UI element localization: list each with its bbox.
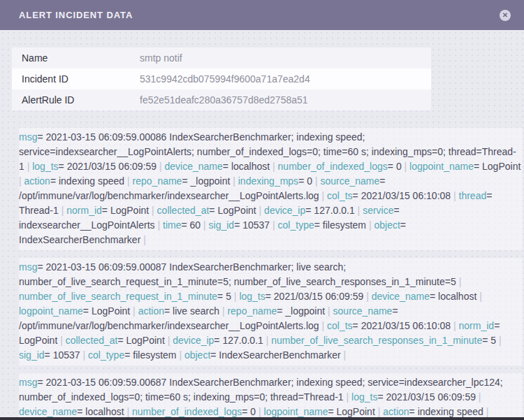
equals-sign: = — [164, 305, 170, 317]
dialog-header: ALERT INCIDENT DATA ✕ — [0, 0, 524, 30]
row-value: fe52e51deafc280a36757d8ed2758a51 — [140, 94, 308, 106]
field-separator: | — [263, 335, 271, 346]
log-field-key[interactable]: msg — [19, 377, 37, 388]
log-field-key[interactable]: thread — [459, 190, 487, 201]
equals-sign: = — [182, 175, 187, 187]
log-field-key[interactable]: action — [383, 406, 409, 417]
row-value: smtp notif — [140, 52, 182, 64]
log-entry: msg= 2021-03-15 06:09:59.00086 IndexSear… — [19, 128, 523, 250]
field-separator: | — [157, 161, 164, 172]
log-entry: msg= 2021-03-15 06:09:59.00687 IndexSear… — [19, 373, 523, 417]
table-row: Incident ID 531c9942cdb075994f9600a71a7e… — [12, 68, 431, 89]
log-field-key[interactable]: number_of_indexed_logs — [278, 161, 388, 172]
equals-sign: = — [124, 349, 130, 361]
field-separator: | — [402, 161, 409, 172]
log-field-key[interactable]: log_ts — [239, 291, 265, 302]
equals-sign: = — [234, 219, 240, 231]
equals-sign: = — [59, 161, 64, 172]
log-field-key[interactable]: time — [163, 219, 181, 231]
field-separator: | — [201, 219, 208, 231]
equals-sign: = — [494, 320, 500, 331]
field-separator: | — [165, 335, 173, 346]
log-field-key[interactable]: device_name — [372, 291, 430, 302]
incident-summary-table: Name smtp notif Incident ID 531c9942cdb0… — [12, 48, 431, 110]
row-label: Name — [12, 52, 140, 64]
log-entry: msg= 2021-03-15 06:09:59.00087 IndexSear… — [19, 258, 523, 365]
log-field-key[interactable]: col_type — [278, 219, 314, 231]
log-list: msg= 2021-03-15 06:09:59.00086 IndexSear… — [19, 128, 523, 417]
log-field-key[interactable]: norm_id — [459, 320, 495, 331]
field-separator: | — [366, 219, 374, 231]
equals-sign: = — [210, 349, 216, 361]
field-separator: | — [140, 234, 146, 245]
field-separator: | — [476, 291, 482, 302]
log-field-key[interactable]: repo_name — [133, 175, 182, 187]
log-field-key[interactable]: object — [184, 349, 210, 361]
field-separator: | — [319, 190, 327, 201]
log-field-key[interactable]: number_of_live_search_responses_in_1_min… — [271, 335, 482, 346]
equals-sign: = — [117, 335, 123, 346]
field-separator: | — [319, 320, 327, 331]
log-field-key[interactable]: norm_id — [66, 205, 102, 216]
log-field-key[interactable]: device_name — [19, 406, 77, 417]
equals-sign: = — [45, 349, 50, 361]
log-field-key[interactable]: service — [363, 205, 393, 216]
log-field-key[interactable]: object — [374, 219, 400, 231]
equals-sign: = — [482, 335, 488, 346]
equals-sign: = — [486, 190, 492, 201]
log-field-key[interactable]: source_name — [320, 175, 379, 187]
log-field-key[interactable]: col_ts — [327, 320, 353, 331]
log-field-key[interactable]: logpoint_name — [409, 161, 474, 172]
log-field-key[interactable]: number_of_live_search_request_in_1_minut… — [19, 291, 217, 302]
field-separator: | — [344, 391, 351, 403]
equals-sign: = — [209, 205, 214, 216]
log-field-key[interactable]: device_ip — [173, 335, 214, 346]
log-field-key[interactable]: log_ts — [32, 161, 58, 172]
equals-sign: = — [37, 377, 43, 388]
log-field-key[interactable]: collected_at — [66, 335, 118, 346]
equals-sign: = — [379, 175, 385, 187]
log-field-key[interactable]: number_of_indexed_logs — [132, 406, 242, 417]
field-separator: | — [59, 205, 66, 216]
field-separator: | — [231, 291, 239, 302]
equals-sign: = — [388, 161, 393, 172]
equals-sign: = — [353, 320, 358, 331]
field-separator: | — [19, 175, 24, 187]
log-field-key[interactable]: device_ip — [264, 205, 305, 216]
field-separator: | — [130, 305, 138, 317]
log-field-key[interactable]: col_type — [88, 349, 124, 361]
log-field-key[interactable]: logpoint_name — [264, 406, 328, 417]
log-field-key[interactable]: indexing_mps — [238, 175, 298, 187]
equals-sign: = — [392, 305, 398, 317]
close-icon[interactable]: ✕ — [500, 10, 511, 21]
row-label: AlertRule ID — [12, 94, 140, 106]
equals-sign: = — [394, 205, 400, 216]
window-bottom-edge — [0, 417, 524, 420]
field-separator: | — [124, 406, 132, 417]
equals-sign: = — [181, 219, 187, 231]
log-field-key[interactable]: col_ts — [327, 190, 353, 201]
row-value: 531c9942cdb075994f9600a71a7ea2d4 — [140, 73, 310, 85]
log-field-key[interactable]: logpoint_name — [19, 305, 83, 317]
log-field-key[interactable]: device_name — [165, 161, 223, 172]
log-field-key[interactable]: collected_at — [157, 205, 210, 216]
log-field-key[interactable]: action — [138, 305, 164, 317]
table-row: Name smtp notif — [12, 48, 431, 68]
equals-sign: = — [353, 190, 358, 201]
log-field-key[interactable]: msg — [19, 261, 37, 273]
log-field-key[interactable]: sig_id — [19, 349, 45, 361]
log-field-key[interactable]: sig_id — [209, 219, 235, 231]
equals-sign: = — [214, 335, 219, 346]
log-field-key[interactable]: log_ts — [351, 391, 377, 403]
log-field-key[interactable]: source_name — [333, 305, 393, 317]
field-separator: | — [219, 305, 227, 317]
field-separator: | — [149, 205, 157, 216]
log-field-key[interactable]: repo_name — [227, 305, 277, 317]
field-separator: | — [451, 320, 458, 331]
log-field-key[interactable]: msg — [19, 131, 37, 143]
equals-sign: = — [377, 391, 383, 403]
equals-sign: = — [217, 291, 223, 302]
equals-sign: = — [400, 219, 406, 231]
field-separator: | — [155, 219, 163, 231]
log-field-key[interactable]: action — [24, 175, 50, 187]
